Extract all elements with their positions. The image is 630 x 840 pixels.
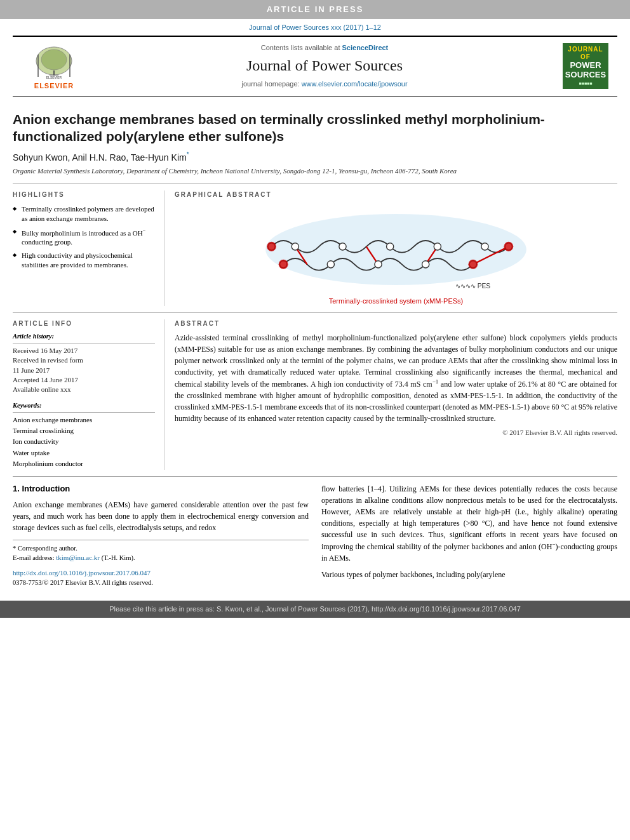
email-note: (T.-H. Kim). [102,554,135,561]
svg-point-14 [339,243,346,250]
introduction-right-text: flow batteries [1–4]. Utilizing AEMs for… [321,483,617,564]
elsevier-tree-icon: ELSEVIER [25,42,83,80]
email-label: E-mail address: [13,554,55,561]
article-in-press-banner: ARTICLE IN PRESS [0,0,630,19]
article-title: Anion exchange membranes based on termin… [13,110,617,145]
corresponding-sup: * [187,151,189,158]
homepage-url[interactable]: www.elsevier.com/locate/jpowsour [302,80,408,88]
svg-point-24 [267,241,276,251]
doi-link[interactable]: http://dx.doi.org/10.1016/j.jpowsour.201… [13,569,151,577]
combining-word: combining [378,345,410,354]
crosslinked-network-diagram: ∿∿∿∿ PES [175,205,617,294]
revised-date: 11 June 2017 [13,366,155,375]
svg-point-21 [375,260,382,267]
introduction-right-text-2: Various types of polymer backbones, incl… [321,569,617,580]
citation-bar: Please cite this article in press as: S.… [0,601,630,618]
graphical-abstract-column: GRAPHICAL ABSTRACT [165,190,617,306]
svg-point-25 [504,241,513,251]
email-address[interactable]: tkim@inu.ac.kr [56,554,100,561]
article-info-heading: ARTICLE INFO [13,319,155,328]
journal-header-center: Contents lists available at ScienceDirec… [95,43,554,89]
svg-point-13 [292,243,298,250]
revised-label: Received in revised form [13,356,155,365]
highlight-item-3: High conductivity and physicochemical st… [13,251,155,270]
svg-text:∿∿∿∿ PES: ∿∿∿∿ PES [455,282,491,289]
graphical-abstract-label: Terminally-crosslinked system (xMM-PESs) [329,297,463,306]
abstract-heading: ABSTRACT [175,319,617,328]
authors: Sohyun Kwon, Anil H.N. Rao, Tae-Hyun Kim… [13,150,617,164]
keyword-1: Anion exchange membranes [13,415,155,425]
issn-line: 0378-7753/© 2017 Elsevier B.V. All right… [13,578,309,588]
elsevier-label: ELSEVIER [34,81,74,91]
introduction-right-col: flow batteries [1–4]. Utilizing AEMs for… [321,483,617,587]
svg-point-2 [41,50,67,70]
svg-point-20 [327,260,334,267]
main-content: Anion exchange membranes based on termin… [13,97,617,594]
introduction-left-col: 1. Introduction Anion exchange membranes… [13,483,309,587]
journal-title: Journal of Power Sources [95,55,554,77]
svg-point-27 [468,259,478,269]
graphical-abstract-heading: GRAPHICAL ABSTRACT [175,190,617,199]
homepage-line: journal homepage: www.elsevier.com/locat… [95,79,554,89]
abstract-column: ABSTRACT Azide-assisted terminal crossli… [165,319,617,470]
svg-text:ELSEVIER: ELSEVIER [46,76,62,79]
highlights-graphical-section: HIGHLIGHTS Terminally crosslinked polyme… [13,183,617,306]
svg-point-16 [434,243,441,250]
journal-header: ELSEVIER ELSEVIER Contents lists availab… [13,36,617,97]
highlights-list: Terminally crosslinked polymers are deve… [13,204,155,270]
sciencedirect-line: Contents lists available at ScienceDirec… [95,43,554,53]
abstract-text: Azide-assisted terminal crosslinking of … [175,332,617,424]
highlights-heading: HIGHLIGHTS [13,190,155,199]
elsevier-logo-area: ELSEVIER ELSEVIER [19,42,89,91]
article-info-column: ARTICLE INFO Article history: Received 1… [13,319,165,470]
svg-point-15 [387,243,394,250]
keyword-5: Morpholinium conductor [13,459,155,469]
journal-reference: Journal of Power Sources xxx (2017) 1–12 [0,19,630,35]
keyword-4: Water uptake [13,448,155,458]
badge-top: JOURNAL OF [565,46,606,61]
author-names: Sohyun Kwon, Anil H.N. Rao, Tae-Hyun Kim [13,152,187,162]
corresponding-footnote: * Corresponding author. [13,544,309,554]
keyword-3: Ion conductivity [13,437,155,446]
article-history-text: Received 16 May 2017 Received in revised… [13,346,155,395]
accepted-date: Accepted 14 June 2017 [13,375,155,385]
intro-section-number: 1. Introduction [13,483,309,495]
affiliation: Organic Material Synthesis Laboratory, D… [13,166,617,176]
available-online: Available online xxx [13,385,155,394]
keywords-label: Keywords: [13,401,155,413]
highlight-item-2: Bulky morpholinium is introduced as a OH… [13,227,155,247]
graphical-abstract-image: ∿∿∿∿ PES Terminally-crosslinked system (… [175,204,617,306]
homepage-label: journal homepage: [241,80,299,88]
footnote-area: * Corresponding author. E-mail address: … [13,540,309,588]
keyword-2: Terminal crosslinking [13,426,155,436]
power-sources-badge-area: JOURNAL OF POWERSOURCES ■■■■■ [560,43,611,89]
highlight-item-1: Terminally crosslinked polymers are deve… [13,204,155,223]
highlights-column: HIGHLIGHTS Terminally crosslinked polyme… [13,190,165,306]
power-sources-badge: JOURNAL OF POWERSOURCES ■■■■■ [563,43,608,89]
received-date: Received 16 May 2017 [13,346,155,356]
article-info-abstract-section: ARTICLE INFO Article history: Received 1… [13,312,617,470]
introduction-section: 1. Introduction Anion exchange membranes… [13,476,617,587]
sciencedirect-link[interactable]: ScienceDirect [342,44,389,51]
contents-label: Contents lists available at [261,44,340,51]
svg-point-26 [279,259,288,269]
svg-point-17 [481,243,488,250]
introduction-left-text: Anion exchange membranes (AEMs) have gar… [13,499,309,533]
badge-bottom: ■■■■■ [579,81,592,86]
email-footnote: E-mail address: tkim@inu.ac.kr (T.-H. Ki… [13,553,309,563]
copyright-line: © 2017 Elsevier B.V. All rights reserved… [175,428,617,437]
svg-point-22 [422,260,429,267]
badge-mid: POWERSOURCES [565,61,606,79]
keywords-list: Anion exchange membranes Terminal crossl… [13,415,155,469]
article-history-label: Article history: [13,332,155,343]
